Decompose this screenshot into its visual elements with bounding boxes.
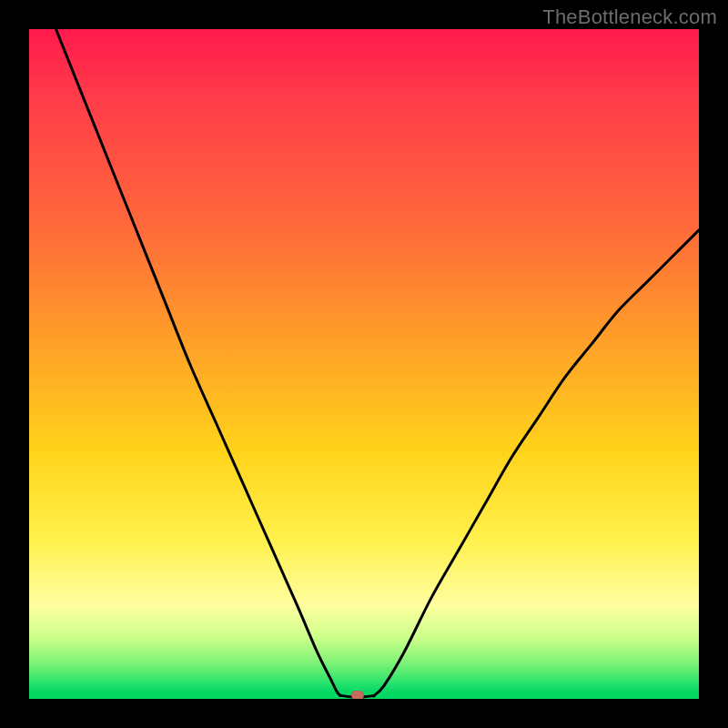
optimal-point-marker: [351, 691, 364, 699]
chart-frame: TheBottleneck.com: [0, 0, 728, 728]
bottleneck-curve: [29, 29, 699, 699]
plot-area: [29, 29, 699, 699]
watermark-text: TheBottleneck.com: [542, 5, 717, 29]
curve-path: [56, 29, 699, 697]
